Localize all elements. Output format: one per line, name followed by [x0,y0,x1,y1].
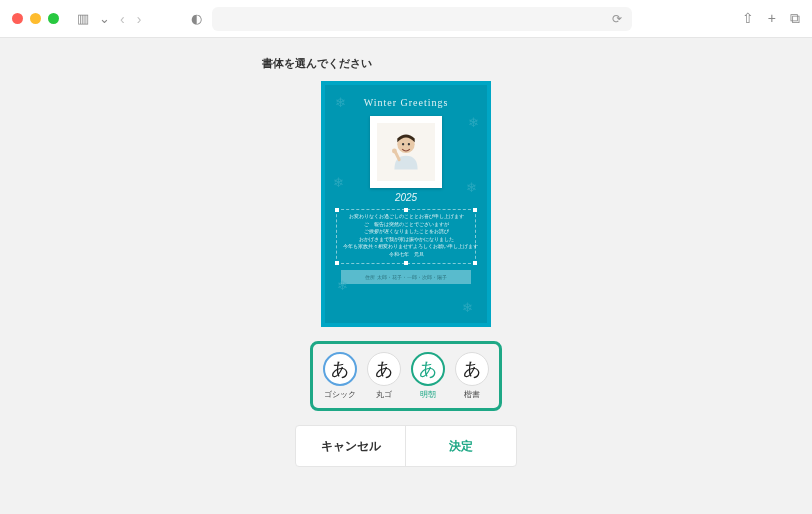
minimize-window-button[interactable] [30,13,41,24]
refresh-icon[interactable]: ⟳ [612,12,622,26]
close-window-button[interactable] [12,13,23,24]
svg-point-2 [402,143,404,145]
confirm-button[interactable]: 決定 [406,426,516,466]
card-address-label: 住所 太郎・花子・一郎・次郎・陽子 [341,270,471,284]
sidebar-toggle-icon[interactable]: ▥ [77,11,89,26]
fullscreen-window-button[interactable] [48,13,59,24]
greeting-line: おかげさまで我が家は賑やかになりました [343,236,469,244]
greeting-line: 今年も家族共々相変わりませずよろしくお願い申し上げます [343,243,469,251]
font-label: 楷書 [464,389,480,400]
main-content: 書体を選んでください ❄ ❄ ❄ ❄ ❄ ❄ Winter Greetings … [0,38,812,514]
font-glyph: あ [455,352,489,386]
add-tab-icon[interactable]: + [768,10,776,27]
card-photo [370,116,442,188]
font-picker: あ ゴシック あ 丸ゴ あ 明朝 あ 楷書 [310,341,502,411]
forward-button[interactable]: › [137,11,142,27]
card-preview: ❄ ❄ ❄ ❄ ❄ ❄ Winter Greetings 2025 お変わりなく… [321,81,491,327]
share-icon[interactable]: ⇧ [742,10,754,27]
svg-point-3 [408,143,410,145]
window-toolbar: ▥ ⌄ ‹ › ◐ ⟳ ⇧ + ⧉ [0,0,812,38]
greeting-line: ご挨拶が遅くなりましたことをお詫び [343,228,469,236]
prompt-heading: 書体を選んでください [262,56,372,71]
tabs-icon[interactable]: ⧉ [790,10,800,27]
font-glyph: あ [323,352,357,386]
greeting-line: ご 報告は突然のことでございますが [343,221,469,229]
greeting-line: お変わりなくお過ごしのこととお喜び申し上げます [343,213,469,221]
card-title: Winter Greetings [364,97,449,108]
font-option-mincho[interactable]: あ 明朝 [411,352,445,400]
dropdown-icon[interactable]: ⌄ [99,11,110,26]
action-buttons: キャンセル 決定 [295,425,517,467]
privacy-shield-icon[interactable]: ◐ [191,11,202,26]
font-label: 丸ゴ [376,389,392,400]
greeting-line: 令和七年 元旦 [343,251,469,259]
back-button[interactable]: ‹ [120,11,125,27]
svg-point-4 [392,149,397,154]
font-glyph: あ [411,352,445,386]
font-label: 明朝 [420,389,436,400]
font-option-gothic[interactable]: あ ゴシック [323,352,357,400]
font-label: ゴシック [324,389,356,400]
cancel-button[interactable]: キャンセル [296,426,406,466]
font-option-marugo[interactable]: あ 丸ゴ [367,352,401,400]
card-year: 2025 [395,192,417,203]
font-glyph: あ [367,352,401,386]
greeting-text-box[interactable]: お変わりなくお過ごしのこととお喜び申し上げます ご 報告は突然のことでございます… [336,209,476,264]
traffic-lights [12,13,59,24]
font-option-kaisho[interactable]: あ 楷書 [455,352,489,400]
address-bar[interactable]: ⟳ [212,7,632,31]
